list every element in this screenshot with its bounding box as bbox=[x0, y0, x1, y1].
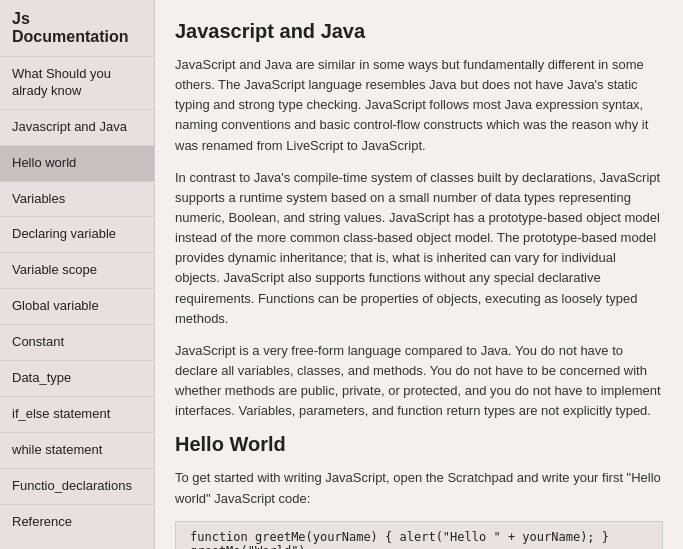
sidebar-item-what-should-you-already-know[interactable]: What Should you alrady know bbox=[0, 56, 154, 109]
sidebar-item-variables[interactable]: Variables bbox=[0, 181, 154, 217]
code-block: function greetMe(yourName) { alert("Hell… bbox=[175, 521, 663, 549]
sidebar-item-hello-world[interactable]: Hello world bbox=[0, 145, 154, 181]
sidebar-item-data-type[interactable]: Data_type bbox=[0, 360, 154, 396]
sidebar-item-if-else-statement[interactable]: if_else statement bbox=[0, 396, 154, 432]
sidebar-item-reference[interactable]: Reference bbox=[0, 504, 154, 540]
sidebar-item-global-variable[interactable]: Global variable bbox=[0, 288, 154, 324]
sidebar-item-while-statement[interactable]: while statement bbox=[0, 432, 154, 468]
sidebar-item-constant[interactable]: Constant bbox=[0, 324, 154, 360]
section-paragraph: JavaScript and Java are similar in some … bbox=[175, 55, 663, 156]
section-paragraph: JavaScript is a very free-form language … bbox=[175, 341, 663, 422]
sidebar-item-functio-declarations[interactable]: Functio_declarations bbox=[0, 468, 154, 504]
sidebar-item-declaring-variable[interactable]: Declaring variable bbox=[0, 216, 154, 252]
sidebar: Js Documentation What Should you alrady … bbox=[0, 0, 155, 549]
sidebar-item-javascript-and-java[interactable]: Javascript and Java bbox=[0, 109, 154, 145]
sidebar-item-variable-scope[interactable]: Variable scope bbox=[0, 252, 154, 288]
section-title-javascript-and-java: Javascript and Java bbox=[175, 20, 663, 43]
section-paragraph: To get started with writing JavaScript, … bbox=[175, 468, 663, 508]
section-paragraph: In contrast to Java's compile-time syste… bbox=[175, 168, 663, 329]
section-title-hello-world: Hello World bbox=[175, 433, 663, 456]
main-content: Javascript and JavaJavaScript and Java a… bbox=[155, 0, 683, 549]
sidebar-title: Js Documentation bbox=[0, 0, 154, 56]
